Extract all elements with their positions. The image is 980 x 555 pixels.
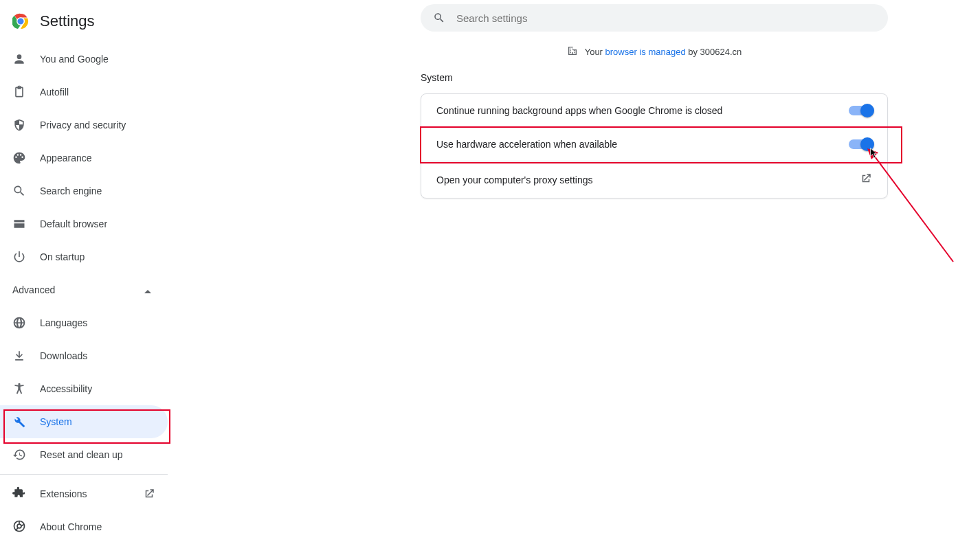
search-bar[interactable] — [421, 4, 888, 32]
sidebar-item-label: Autofill — [40, 87, 69, 98]
row-label: Open your computer's proxy settings — [436, 174, 593, 185]
sidebar-item-label: On startup — [40, 251, 85, 262]
chrome-logo-icon — [12, 13, 29, 30]
row-background-apps[interactable]: Continue running background apps when Go… — [421, 94, 887, 127]
section-title: System — [421, 72, 453, 83]
clipboard-icon — [12, 85, 26, 99]
sidebar-item-you-and-google[interactable]: You and Google — [0, 43, 168, 76]
sidebar-item-label: System — [40, 416, 72, 427]
sidebar-item-languages[interactable]: Languages — [0, 306, 168, 339]
sidebar-item-label: Extensions — [40, 488, 87, 499]
page-title: Settings — [40, 12, 95, 30]
row-hardware-acceleration[interactable]: Use hardware acceleration when available — [421, 127, 887, 161]
toggle-background-apps[interactable] — [849, 106, 872, 115]
browser-icon — [12, 217, 26, 231]
extension-icon — [12, 486, 26, 502]
sidebar-item-extensions[interactable]: Extensions — [0, 477, 168, 510]
sidebar-item-search-engine[interactable]: Search engine — [0, 174, 168, 207]
sidebar-item-label: Search engine — [40, 185, 102, 196]
globe-icon — [12, 316, 26, 330]
sidebar-item-accessibility[interactable]: Accessibility — [0, 372, 168, 405]
sidebar-item-default-browser[interactable]: Default browser — [0, 207, 168, 240]
row-label: Use hardware acceleration when available — [436, 139, 617, 150]
restore-icon — [12, 448, 26, 462]
search-input[interactable] — [456, 12, 876, 24]
sidebar-item-label: Accessibility — [40, 383, 92, 394]
sidebar-item-label: Appearance — [40, 152, 92, 163]
app-header: Settings — [0, 8, 168, 43]
sidebar-item-reset[interactable]: Reset and clean up — [0, 438, 168, 471]
sidebar-divider — [0, 474, 168, 475]
advanced-label: Advanced — [12, 284, 55, 295]
power-icon — [12, 250, 26, 264]
managed-notice: Your browser is managed by 300624.cn — [421, 45, 888, 58]
row-proxy-settings[interactable]: Open your computer's proxy settings — [421, 161, 887, 198]
sidebar-advanced-toggle[interactable]: Advanced — [0, 273, 168, 306]
search-icon — [12, 184, 26, 198]
search-icon — [433, 12, 445, 24]
sidebar-item-on-startup[interactable]: On startup — [0, 240, 168, 273]
sidebar-item-label: Languages — [40, 317, 87, 328]
palette-icon — [12, 151, 26, 165]
sidebar-item-label: Reset and clean up — [40, 449, 123, 460]
sidebar: Settings You and Google Autofill Privacy… — [0, 0, 168, 555]
sidebar-item-system[interactable]: System — [0, 405, 168, 438]
building-icon — [567, 45, 578, 58]
person-icon — [12, 52, 26, 66]
open-in-new-icon — [860, 172, 872, 187]
sidebar-item-label: Privacy and security — [40, 120, 126, 131]
toggle-hardware-acceleration[interactable] — [849, 139, 872, 149]
sidebar-item-label: You and Google — [40, 54, 109, 65]
sidebar-item-downloads[interactable]: Downloads — [0, 339, 168, 372]
sidebar-item-label: Default browser — [40, 218, 107, 229]
main: Your browser is managed by 300624.cn Sys… — [168, 0, 980, 555]
chrome-outline-icon — [12, 519, 26, 535]
sidebar-item-appearance[interactable]: Appearance — [0, 141, 168, 174]
sidebar-item-autofill[interactable]: Autofill — [0, 76, 168, 109]
download-icon — [12, 349, 26, 363]
managed-link[interactable]: browser is managed — [605, 47, 686, 57]
open-in-new-icon — [143, 488, 155, 500]
sidebar-item-about-chrome[interactable]: About Chrome — [0, 510, 168, 543]
shield-icon — [12, 118, 26, 132]
sidebar-item-label: Downloads — [40, 350, 87, 361]
row-label: Continue running background apps when Go… — [436, 105, 722, 116]
accessibility-icon — [12, 382, 26, 396]
sidebar-item-label: About Chrome — [40, 521, 102, 532]
chevron-up-icon — [144, 286, 151, 293]
managed-text: Your browser is managed by 300624.cn — [585, 47, 742, 57]
sidebar-item-privacy[interactable]: Privacy and security — [0, 109, 168, 141]
wrench-icon — [12, 415, 26, 429]
system-settings-card: Continue running background apps when Go… — [421, 93, 888, 199]
